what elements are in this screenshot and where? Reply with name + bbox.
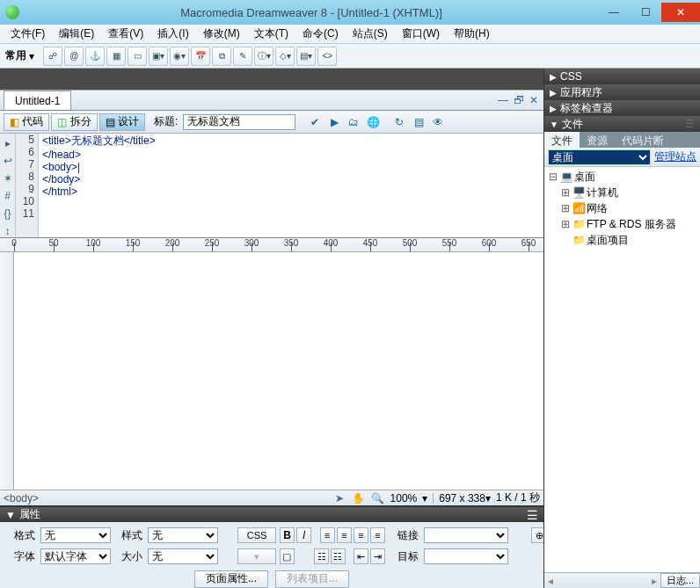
tag-selector[interactable]: <body> [4, 492, 39, 505]
outdent-button[interactable]: ⇤ [354, 548, 368, 564]
zoom-tool-icon[interactable]: 🔍 [371, 492, 385, 505]
align-right-button[interactable]: ≡ [354, 527, 368, 543]
validate-icon[interactable]: ▶ [325, 113, 343, 131]
design-pane[interactable] [0, 252, 543, 490]
target-select[interactable] [424, 548, 508, 564]
hand-tool-icon[interactable]: ✋ [352, 492, 366, 505]
head-icon[interactable]: ⓘ▾ [254, 47, 273, 66]
maximize-button[interactable]: ☐ [630, 3, 661, 22]
refresh-icon[interactable]: ↻ [390, 113, 408, 131]
align-center-button[interactable]: ≡ [337, 527, 352, 543]
ol-button[interactable]: ☷ [331, 548, 346, 564]
tree-node[interactable]: ⊞📁FTP & RDS 服务器 [544, 216, 700, 232]
files-tab[interactable]: 文件 [544, 132, 580, 148]
split-view-button[interactable]: ◫ 拆分 [51, 113, 97, 131]
indent-icon[interactable]: {} [4, 207, 11, 220]
menu-help[interactable]: 帮助(H) [447, 25, 497, 43]
tree-node[interactable]: ⊞🖥️计算机 [544, 185, 700, 200]
media-icon[interactable]: ◉▾ [170, 47, 189, 66]
hyperlink-icon[interactable]: ☍ [43, 47, 62, 66]
collapse-icon[interactable]: ▸ [5, 137, 11, 149]
doc-close-icon[interactable]: ✕ [529, 94, 538, 106]
menu-text[interactable]: 文本(T) [247, 25, 295, 43]
script-icon[interactable]: ◇▾ [275, 47, 295, 66]
css-panel-header[interactable]: CSS [544, 69, 700, 84]
app-panel-header[interactable]: 应用程序 [544, 84, 700, 100]
visual-aids-icon[interactable]: 👁 [429, 113, 447, 131]
image-icon[interactable]: ▣▾ [149, 47, 168, 66]
minimize-button[interactable]: — [598, 3, 630, 22]
bold-button[interactable]: B [280, 527, 295, 543]
property-panel-menu-icon[interactable]: ☰ [527, 508, 538, 522]
server-icon[interactable]: ⧉ [212, 47, 231, 66]
size-unit-select[interactable]: ▾ [237, 548, 276, 564]
doc-restore-icon[interactable]: 🗗 [514, 94, 524, 106]
named-anchor-icon[interactable]: ⚓ [85, 47, 105, 66]
files-panel-header[interactable]: 文件☰ [544, 116, 700, 132]
insert-category-dropdown[interactable]: 常用 ▾ [5, 48, 34, 63]
design-canvas[interactable] [14, 252, 543, 490]
highlight-icon[interactable]: ✶ [4, 172, 12, 185]
font-select[interactable]: 默认字体 [40, 548, 111, 564]
format-select[interactable]: 无 [40, 527, 111, 543]
scroll-right-icon[interactable]: ▸ [648, 575, 660, 587]
tag-chooser-icon[interactable]: <> [317, 47, 337, 66]
align-justify-button[interactable]: ≡ [370, 527, 385, 543]
code-content[interactable]: <title>无标题文档</title></head><body>|</body… [39, 134, 543, 237]
select-tool-icon[interactable]: ➤ [332, 492, 346, 505]
code-view-button[interactable]: ◧ 代码 [4, 113, 49, 131]
email-link-icon[interactable]: @ [64, 47, 84, 66]
templates-icon[interactable]: ▤▾ [296, 47, 316, 66]
document-title-input[interactable] [183, 114, 295, 130]
file-tree[interactable]: ⊟💻桌面⊞🖥️计算机⊞📶网络⊞📁FTP & RDS 服务器📁桌面项目 [544, 167, 700, 572]
window-size[interactable]: 697 x 338▾ [439, 492, 491, 505]
date-icon[interactable]: 📅 [191, 47, 210, 66]
site-select[interactable]: 桌面 [548, 149, 651, 165]
view-options-icon[interactable]: ▤ [410, 113, 427, 131]
tree-node[interactable]: ⊟💻桌面 [544, 169, 700, 185]
style-select[interactable]: 无 [148, 527, 218, 543]
size-select[interactable]: 无 [148, 548, 218, 564]
scroll-left-icon[interactable]: ◂ [544, 575, 557, 587]
tree-node[interactable]: 📁桌面项目 [544, 232, 700, 248]
document-tab-untitled1[interactable]: Untitled-1 [4, 91, 71, 110]
files-panel-menu-icon[interactable]: ☰ [685, 118, 695, 130]
menu-window[interactable]: 窗口(W) [395, 25, 447, 43]
comment-icon[interactable]: ✎ [233, 47, 252, 66]
table-icon[interactable]: ▦ [106, 47, 126, 66]
italic-button[interactable]: I [296, 527, 311, 543]
menu-site[interactable]: 站点(S) [346, 25, 395, 43]
linenum-icon[interactable]: # [4, 190, 11, 202]
zoom-level[interactable]: 100% [390, 492, 418, 505]
ul-button[interactable]: ☷ [314, 548, 329, 564]
manage-sites-link[interactable]: 管理站点 [654, 149, 696, 164]
list-item-button[interactable]: 列表项目... [275, 570, 349, 588]
preview-icon[interactable]: 🌐 [364, 113, 382, 131]
property-panel-header[interactable]: ▼属性 ☰ [0, 507, 543, 522]
outdent-icon[interactable]: ↕ [5, 225, 11, 237]
file-mgmt-icon[interactable]: 🗂 [345, 113, 362, 131]
design-view-button[interactable]: ▤ 设计 [99, 113, 145, 131]
page-properties-button[interactable]: 页面属性... [194, 570, 268, 588]
menu-modify[interactable]: 修改(M) [196, 25, 247, 43]
menu-view[interactable]: 查看(V) [101, 25, 150, 43]
snippets-tab[interactable]: 代码片断 [615, 132, 671, 148]
menu-command[interactable]: 命令(C) [295, 25, 346, 43]
menu-file[interactable]: 文件(F) [4, 25, 52, 43]
menu-edit[interactable]: 编辑(E) [52, 25, 101, 43]
doc-minimize-icon[interactable]: — [498, 94, 508, 106]
menu-insert[interactable]: 插入(I) [150, 25, 195, 43]
tree-node[interactable]: ⊞📶网络 [544, 200, 700, 216]
no-browser-check-icon[interactable]: ✔ [306, 113, 324, 131]
text-color-button[interactable]: ▢ [280, 548, 295, 564]
close-button[interactable]: ✕ [661, 3, 700, 22]
indent-button[interactable]: ⇥ [370, 548, 385, 564]
code-pane[interactable]: ▸ ↩ ✶ # {} ↕ 567891011 <title>无标题文档</tit… [0, 134, 543, 238]
tag-panel-header[interactable]: 标签检查器 [544, 100, 700, 116]
link-select[interactable] [424, 527, 508, 543]
log-button[interactable]: 日志... [660, 573, 700, 588]
wrap-icon[interactable]: ↩ [4, 155, 12, 167]
div-icon[interactable]: ▭ [128, 47, 147, 66]
css-button[interactable]: CSS [237, 527, 276, 543]
assets-tab[interactable]: 资源 [580, 132, 615, 148]
